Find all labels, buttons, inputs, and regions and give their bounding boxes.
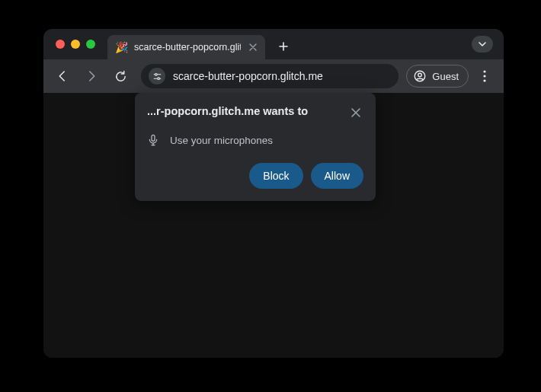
browser-tab[interactable]: 🎉 scarce-butter-popcorn.glitch xyxy=(107,35,265,59)
profile-label: Guest xyxy=(432,71,459,82)
svg-point-8 xyxy=(483,79,485,81)
svg-point-7 xyxy=(483,75,485,77)
svg-point-3 xyxy=(157,77,159,79)
window-maximize-button[interactable] xyxy=(86,40,95,49)
address-bar[interactable]: scarce-butter-popcorn.glitch.me xyxy=(141,64,399,88)
profile-button[interactable]: Guest xyxy=(406,65,469,88)
permission-close-button[interactable] xyxy=(348,105,363,120)
svg-point-5 xyxy=(418,73,422,77)
permission-request-text: Use your microphones xyxy=(170,135,273,146)
permission-request-row: Use your microphones xyxy=(147,134,363,146)
block-button[interactable]: Block xyxy=(249,163,303,189)
address-bar-url: scarce-butter-popcorn.glitch.me xyxy=(173,70,323,82)
reload-button[interactable] xyxy=(107,63,133,89)
permission-prompt: ...r-popcorn.glitch.me wants to Use your… xyxy=(135,93,376,201)
menu-button[interactable] xyxy=(472,63,498,89)
page-content: ...r-popcorn.glitch.me wants to Use your… xyxy=(43,93,504,358)
permission-title: ...r-popcorn.glitch.me wants to xyxy=(147,105,308,117)
forward-button[interactable] xyxy=(78,63,104,89)
window-minimize-button[interactable] xyxy=(71,40,80,49)
browser-window: 🎉 scarce-butter-popcorn.glitch sca xyxy=(43,29,504,358)
window-dropdown-button[interactable] xyxy=(472,36,493,53)
tab-strip: 🎉 scarce-butter-popcorn.glitch xyxy=(43,29,504,59)
tab-favicon-icon: 🎉 xyxy=(115,42,128,53)
tab-title: scarce-butter-popcorn.glitch xyxy=(134,42,241,53)
microphone-icon xyxy=(147,134,159,146)
site-settings-icon[interactable] xyxy=(149,68,165,84)
back-button[interactable] xyxy=(50,63,75,89)
window-close-button[interactable] xyxy=(56,40,65,49)
svg-point-2 xyxy=(155,73,157,75)
toolbar: scarce-butter-popcorn.glitch.me Guest xyxy=(43,59,504,93)
guest-avatar-icon xyxy=(413,69,427,83)
allow-button[interactable]: Allow xyxy=(311,163,363,189)
new-tab-button[interactable] xyxy=(273,36,294,57)
svg-point-6 xyxy=(483,70,485,72)
window-controls xyxy=(51,40,103,49)
tab-close-button[interactable] xyxy=(247,41,259,53)
svg-rect-9 xyxy=(152,135,155,141)
